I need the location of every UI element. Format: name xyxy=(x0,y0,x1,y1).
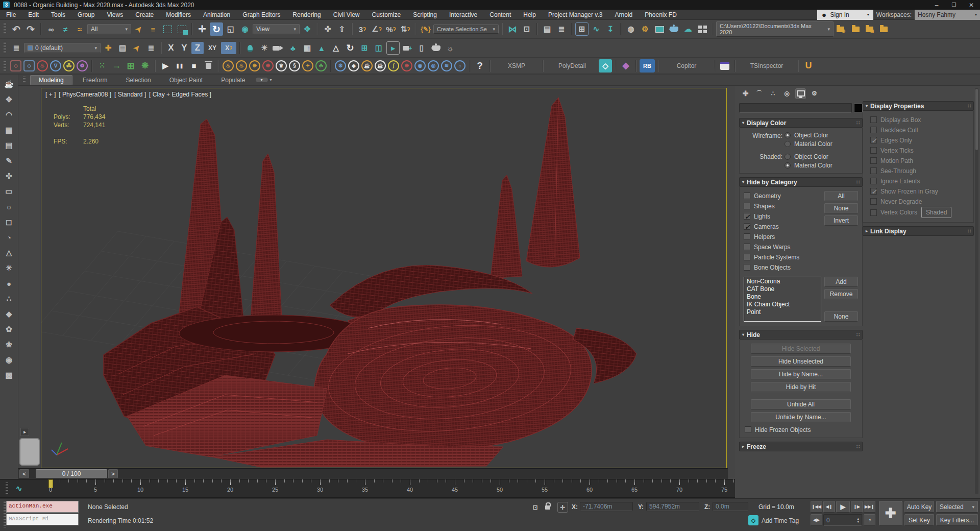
hide-by-hit-button[interactable]: Hide by Hit xyxy=(751,382,851,392)
checker-icon[interactable]: ⊞ xyxy=(124,59,137,73)
layer-explorer-icon[interactable]: ≣ xyxy=(10,41,23,55)
set-key-button[interactable]: Set Key xyxy=(904,514,934,526)
next-frame-button[interactable]: ❙▶ xyxy=(851,501,863,513)
angle-snap-icon[interactable]: ∠ʔ xyxy=(370,22,383,36)
open-project-folder-icon[interactable] xyxy=(849,22,862,36)
sign-in-button[interactable]: ☻ Sign In▾ xyxy=(817,10,873,20)
macro-recorder-field[interactable]: actionMan.exe xyxy=(6,501,79,513)
category-bone-objects[interactable]: Bone Objects xyxy=(744,262,824,273)
diamond-plugin-icon[interactable]: ◆ xyxy=(619,59,632,73)
menu-scripting[interactable]: Scripting xyxy=(407,10,443,19)
wireframe-object-color-radio[interactable]: Object Color xyxy=(785,132,858,139)
polydetail-button[interactable]: PolyDetail xyxy=(547,61,598,70)
hide-unselected-button[interactable]: Hide Unselected xyxy=(751,356,851,367)
water-preset-icon[interactable]: ∇ xyxy=(50,60,61,71)
menu-graph-editors[interactable]: Graph Editors xyxy=(236,10,286,19)
y-coordinate-field[interactable]: 594.7952m xyxy=(646,502,699,511)
splash-1-icon[interactable]: ❋ xyxy=(249,60,260,71)
time-configuration-button[interactable]: ◔ xyxy=(864,514,875,526)
menu-views[interactable]: Views xyxy=(101,10,129,19)
ribbon-drag-handle[interactable] xyxy=(23,77,26,84)
category-helpers[interactable]: Helpers xyxy=(744,232,824,242)
unhide-all-button[interactable]: Unhide All xyxy=(751,399,851,409)
x-coordinate-field[interactable]: -71.7406m xyxy=(580,502,633,511)
menu-civil-view[interactable]: Civil View xyxy=(327,10,366,19)
previous-frame-button[interactable]: ◀❙ xyxy=(823,501,835,513)
time-slider-next-button[interactable]: > xyxy=(108,469,118,478)
key-filters-button[interactable]: Key Filters... xyxy=(936,514,978,526)
create-new-layer-icon[interactable]: ✚ xyxy=(102,41,115,55)
hide-frozen-objects-checkbox[interactable]: Hide Frozen Objects xyxy=(745,426,851,433)
render-production-icon[interactable] xyxy=(667,22,680,36)
panel-icon[interactable]: ▯ xyxy=(415,41,428,55)
axis-y-button[interactable]: Y xyxy=(178,42,190,54)
add-selection-to-layer-icon[interactable]: ▤ xyxy=(116,41,129,55)
fire-preset-icon[interactable]: ♨ xyxy=(37,60,48,71)
set-keys-big-button[interactable]: ✚ xyxy=(879,501,902,526)
never-degrade-checkbox[interactable]: Never Degrade xyxy=(870,197,969,207)
axis-z-button[interactable]: Z xyxy=(191,42,204,54)
menu-customize[interactable]: Customize xyxy=(366,10,407,19)
named-selection-sets-dropdown[interactable]: Create Selection Se▾ xyxy=(433,25,499,34)
see-through-checkbox[interactable]: See-Through xyxy=(870,166,969,176)
layer-explorer-icon[interactable]: ≣ xyxy=(555,22,568,36)
selection-lock-icon[interactable] xyxy=(542,501,553,512)
shaded-material-color-radio[interactable]: Material Color xyxy=(785,162,858,169)
bind-to-space-warp-icon[interactable]: ≈ xyxy=(73,22,86,36)
hide-selected-button[interactable]: Hide Selected xyxy=(751,344,851,354)
tool-rect-icon[interactable]: ◻ xyxy=(2,214,17,230)
rollout-display-color-header[interactable]: ▾Display Color∷ xyxy=(739,118,863,128)
project-folder-dropdown[interactable]: C:\Users\20122\Documents\3ds Max 2020▾ xyxy=(716,21,834,37)
menu-content[interactable]: Content xyxy=(483,10,517,19)
display-as-box-checkbox[interactable]: Display as Box xyxy=(870,115,969,125)
menu-modifiers[interactable]: Modifiers xyxy=(160,10,197,19)
vertex-ticks-checkbox[interactable]: Vertex Ticks xyxy=(870,146,969,156)
starburst-icon[interactable]: ❋ xyxy=(138,59,152,73)
menu-rendering[interactable]: Rendering xyxy=(286,10,327,19)
tool-spray-icon[interactable]: ✣ xyxy=(2,168,17,184)
play-button[interactable]: ▶ xyxy=(836,501,850,513)
project-settings-icon[interactable]: ⚙ xyxy=(835,22,848,36)
axis-xy-button[interactable]: XY xyxy=(205,42,220,54)
foliage-icon[interactable]: ♣ xyxy=(286,41,300,55)
delete-sim-icon[interactable] xyxy=(202,59,215,73)
tree-dots-icon[interactable]: ▲ xyxy=(315,41,328,55)
edges-only-checkbox[interactable]: Edges Only xyxy=(870,135,969,146)
light-bulb-icon[interactable] xyxy=(243,41,257,55)
export-arrow-icon[interactable]: → xyxy=(110,59,123,73)
scene-explorer-icon[interactable]: ▤ xyxy=(541,22,554,36)
menu-arnold[interactable]: Arnold xyxy=(608,10,639,19)
sim-stop-icon[interactable]: ■ xyxy=(187,59,201,73)
tool-teapot-icon[interactable]: ☕ xyxy=(2,77,17,92)
tree-frame-icon[interactable]: △ xyxy=(329,41,342,55)
rollout-display-properties-header[interactable]: ▾Display Properties∷ xyxy=(863,101,974,111)
tool-hand-icon[interactable]: ✥ xyxy=(2,92,17,107)
ignore-extents-checkbox[interactable]: Ignore Extents xyxy=(870,176,969,186)
undo-icon[interactable]: ↶ xyxy=(10,22,23,36)
list-item[interactable]: Non-Corona xyxy=(747,278,818,285)
crystal-icon[interactable]: ◆ xyxy=(348,60,359,71)
rendered-frame-window-icon[interactable] xyxy=(653,22,666,36)
unhide-by-name-button[interactable]: Unhide by Name... xyxy=(751,412,851,422)
select-objects-in-layer-icon[interactable]: ➤ xyxy=(128,39,146,58)
smoke-icon[interactable]: § xyxy=(289,60,300,71)
maxscript-mini-listener[interactable]: MAXScript Mi xyxy=(6,514,79,525)
honey-icon[interactable]: ʃ xyxy=(388,60,399,71)
blue-orb-icon[interactable]: ◉ xyxy=(414,60,426,71)
go-to-start-button[interactable]: ❙◀◀ xyxy=(811,501,822,513)
ribbon-minimize-button[interactable]: ▾ xyxy=(256,78,268,82)
viewport-layout-tab[interactable] xyxy=(19,438,40,466)
object-color-swatch[interactable] xyxy=(854,104,863,112)
video-playback-icon[interactable]: ▶ xyxy=(386,41,400,55)
menu-interactive[interactable]: Interactive xyxy=(443,10,483,19)
snap-toggle-3d-icon[interactable]: 3ʔ xyxy=(356,22,369,36)
toolbar-drag-handle[interactable] xyxy=(4,23,6,35)
tab-selection[interactable]: Selection xyxy=(117,76,159,85)
category-exclude-list[interactable]: Non-Corona CAT Bone Bone IK Chain Object… xyxy=(744,277,821,322)
menu-animation[interactable]: Animation xyxy=(197,10,236,19)
tool-circle-icon[interactable]: ○ xyxy=(2,199,17,214)
isolate-selection-icon[interactable]: ⊡ xyxy=(530,502,541,513)
select-by-name-icon[interactable]: ≡ xyxy=(146,22,160,36)
coffee-icon[interactable]: ☕ xyxy=(375,60,386,71)
percent-snap-icon[interactable]: %ʔ xyxy=(384,22,398,36)
